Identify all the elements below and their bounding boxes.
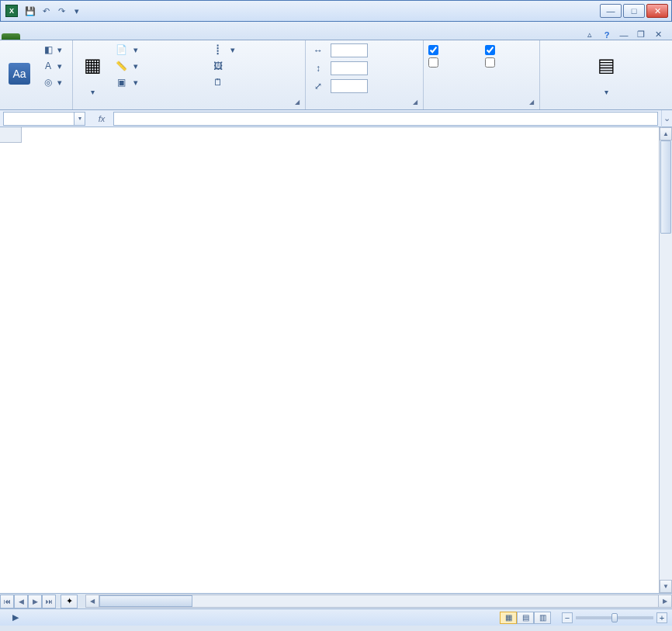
size-icon: 📏 bbox=[115, 60, 127, 72]
horizontal-scrollbar[interactable]: ◀ ▶ bbox=[85, 595, 672, 608]
page-setup-launcher-icon[interactable]: ◢ bbox=[293, 99, 302, 108]
save-icon[interactable]: 💾 bbox=[24, 5, 36, 17]
scroll-up-button[interactable]: ▲ bbox=[660, 127, 672, 140]
ribbon: Aa ◧▾ A▾ ◎▾ ▦ ▾ 📄 ▾ 📏 ▾ ▣ ▾ ┋ ▾ bbox=[0, 40, 672, 110]
undo-icon[interactable]: ↶ bbox=[40, 5, 52, 17]
file-tab[interactable] bbox=[2, 33, 20, 40]
gridlines-print-check[interactable] bbox=[427, 57, 480, 68]
height-icon: ↕ bbox=[312, 62, 324, 75]
group-label-sheet-options: ◢ bbox=[427, 106, 536, 108]
sheet-tab-bar: ⏮ ◀ ▶ ⏭ ✦ ◀ ▶ bbox=[0, 593, 672, 608]
formula-bar-expand-icon[interactable]: ⌄ bbox=[661, 110, 672, 127]
orientation-icon: 📄 bbox=[115, 43, 127, 56]
doc-minimize-icon[interactable]: — bbox=[618, 30, 630, 40]
scale-launcher-icon[interactable]: ◢ bbox=[410, 99, 420, 108]
scroll-right-button[interactable]: ▶ bbox=[658, 595, 671, 607]
headings-label bbox=[483, 42, 537, 43]
background-button[interactable]: 🖼 bbox=[209, 58, 303, 74]
view-page-layout-button[interactable]: ▤ bbox=[517, 612, 534, 624]
zoom-out-button[interactable]: − bbox=[562, 612, 573, 623]
width-icon: ↔ bbox=[312, 44, 324, 57]
sheet-options-launcher-icon[interactable]: ◢ bbox=[527, 99, 536, 108]
scale-width-row: ↔ bbox=[309, 42, 420, 59]
maximize-button[interactable]: □ bbox=[623, 4, 645, 18]
group-label-arrange bbox=[543, 106, 669, 108]
size-button[interactable]: 📏 ▾ bbox=[112, 58, 206, 74]
scale-percent-row: ⤢ bbox=[309, 78, 420, 95]
gridlines-view-check[interactable] bbox=[427, 44, 480, 56]
orientation-button[interactable]: 📄 ▾ bbox=[112, 42, 206, 57]
name-box-dropdown[interactable]: ▾ bbox=[74, 112, 85, 126]
title-bar: X 💾 ↶ ↷ ▾ — □ ✕ bbox=[0, 0, 672, 22]
doc-close-icon[interactable]: ✕ bbox=[652, 29, 664, 40]
fx-button[interactable]: fx bbox=[93, 112, 110, 126]
sheet-nav-last[interactable]: ⏭ bbox=[42, 595, 56, 608]
macro-record-icon[interactable]: ▶ bbox=[12, 612, 19, 622]
quick-access-toolbar: 💾 ↶ ↷ ▾ bbox=[24, 5, 83, 17]
zoom-slider-thumb[interactable] bbox=[611, 613, 618, 622]
view-normal-button[interactable]: ▦ bbox=[500, 612, 517, 624]
ribbon-minimize-icon[interactable]: ▵ bbox=[584, 29, 596, 40]
formula-bar: ▾ fx ⌄ bbox=[0, 110, 672, 127]
scroll-down-button[interactable]: ▼ bbox=[660, 580, 672, 593]
zoom-slider[interactable] bbox=[576, 616, 653, 619]
breaks-icon: ┋ bbox=[212, 43, 224, 56]
insert-sheet-button[interactable]: ✦ bbox=[61, 595, 78, 608]
sheet-nav-prev[interactable]: ◀ bbox=[14, 595, 28, 608]
scale-height-input[interactable] bbox=[331, 61, 368, 75]
sheet-nav-first[interactable]: ⏮ bbox=[0, 595, 14, 608]
fonts-icon: A bbox=[42, 60, 54, 72]
arrange-icon: ▤ bbox=[594, 53, 618, 78]
margins-icon: ▦ bbox=[80, 53, 105, 78]
arrange-button[interactable]: ▤ ▾ bbox=[590, 42, 622, 106]
hscroll-thumb[interactable] bbox=[99, 595, 192, 607]
excel-icon: X bbox=[5, 5, 18, 17]
vertical-scrollbar[interactable]: ▲ ▼ bbox=[659, 127, 672, 593]
gridlines-label bbox=[427, 42, 480, 43]
effects-icon: ◎ bbox=[42, 76, 54, 88]
name-box[interactable] bbox=[3, 112, 74, 126]
sheet-nav-next[interactable]: ▶ bbox=[28, 595, 42, 608]
view-page-break-button[interactable]: ▥ bbox=[534, 612, 551, 624]
status-bar: ▶ ▦ ▤ ▥ − + bbox=[0, 608, 672, 626]
scale-icon: ⤢ bbox=[312, 80, 324, 92]
group-label-scale: ◢ bbox=[309, 106, 420, 108]
margins-button[interactable]: ▦ ▾ bbox=[76, 42, 109, 106]
print-area-button[interactable]: ▣ ▾ bbox=[112, 75, 206, 90]
doc-restore-icon[interactable]: ❐ bbox=[635, 29, 647, 40]
themes-icon: Aa bbox=[9, 63, 30, 85]
spreadsheet-grid[interactable]: ▲ ▼ bbox=[0, 127, 672, 593]
redo-icon[interactable]: ↷ bbox=[55, 5, 68, 17]
minimize-button[interactable]: — bbox=[600, 4, 622, 18]
select-all-button[interactable] bbox=[0, 127, 22, 143]
group-label-themes bbox=[3, 106, 69, 108]
vscroll-thumb[interactable] bbox=[660, 140, 671, 234]
help-icon[interactable]: ? bbox=[601, 30, 613, 40]
background-icon: 🖼 bbox=[212, 60, 224, 72]
close-button[interactable]: ✕ bbox=[646, 4, 668, 18]
group-label-page-setup: ◢ bbox=[76, 106, 302, 108]
theme-colors-button[interactable]: ◧▾ bbox=[39, 42, 65, 57]
breaks-button[interactable]: ┋ ▾ bbox=[209, 42, 303, 57]
scroll-left-button[interactable]: ◀ bbox=[86, 595, 99, 607]
zoom-in-button[interactable]: + bbox=[656, 612, 667, 623]
theme-effects-button[interactable]: ◎▾ bbox=[39, 75, 65, 90]
formula-input[interactable] bbox=[113, 112, 658, 126]
ribbon-tabs: ▵ ? — ❐ ✕ bbox=[0, 22, 672, 40]
headings-view-check[interactable] bbox=[483, 44, 537, 56]
scale-height-row: ↕ bbox=[309, 60, 420, 77]
print-titles-icon: 🗒 bbox=[212, 76, 224, 88]
colors-icon: ◧ bbox=[42, 43, 54, 56]
headings-print-check[interactable] bbox=[483, 57, 537, 68]
theme-fonts-button[interactable]: A▾ bbox=[39, 58, 65, 74]
qat-customize-icon[interactable]: ▾ bbox=[71, 5, 83, 17]
themes-button[interactable]: Aa bbox=[3, 42, 36, 106]
print-titles-button[interactable]: 🗒 bbox=[209, 75, 303, 90]
scale-percent-input[interactable] bbox=[331, 79, 368, 93]
scale-width-input[interactable] bbox=[331, 43, 368, 57]
print-area-icon: ▣ bbox=[115, 76, 127, 88]
